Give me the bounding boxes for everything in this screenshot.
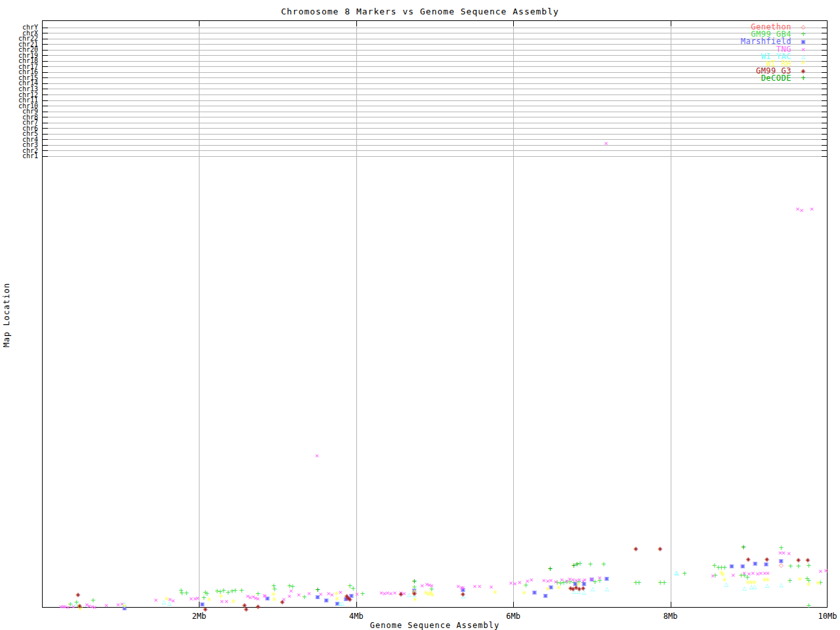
marker-tng: × xyxy=(355,591,360,598)
marker-gm99-g3: ◈ xyxy=(244,606,249,612)
marker-gm99-g3: ◈ xyxy=(348,597,352,602)
marker-gm99-g3: ◈ xyxy=(806,557,810,563)
marker-gm99-gb4: + xyxy=(233,587,238,595)
marker-tng: × xyxy=(824,567,828,574)
mb-gridline xyxy=(671,21,671,607)
y-tick-left xyxy=(43,145,48,146)
marker-wi-rh: * xyxy=(806,581,811,590)
marker-tng: × xyxy=(517,579,522,586)
marker-tng: × xyxy=(598,574,602,581)
marker-tng: × xyxy=(256,595,261,602)
marker-gm99-g3: ◈ xyxy=(746,556,751,562)
y-tick-right xyxy=(822,61,827,62)
marker-wi-rh: * xyxy=(797,576,803,585)
mb-gridline xyxy=(356,21,357,607)
marker-gm99-gb4: + xyxy=(637,579,641,587)
legend-marker-icon: ▣ xyxy=(791,38,815,45)
marker-wi-yac: △ xyxy=(779,583,783,588)
marker-gm99-g3: ◈ xyxy=(76,592,81,598)
y-tick-left xyxy=(43,117,48,117)
marker-tng: × xyxy=(799,207,804,214)
marker-gm99-gb4: + xyxy=(184,589,189,597)
y-tick-left xyxy=(43,150,48,151)
legend-item-wi-yac: WI YAC△ xyxy=(713,53,815,60)
marker-wi-rh: * xyxy=(412,596,417,605)
legend-marker-icon: × xyxy=(791,46,815,53)
y-tick-right xyxy=(822,139,827,140)
marker-gm99-gb4: + xyxy=(682,570,687,578)
marker-tng: × xyxy=(66,604,70,611)
marker-tng: × xyxy=(513,580,517,587)
marker-gm99-gb4: + xyxy=(796,562,801,570)
marker-wi-rh: * xyxy=(522,589,527,598)
chromosome-gridline xyxy=(43,156,827,157)
marker-tng: × xyxy=(224,598,229,605)
y-tick-left xyxy=(43,55,48,56)
marker-gm99-gb4: + xyxy=(807,602,811,610)
marker-wi-yac: △ xyxy=(340,601,344,606)
y-tick-right xyxy=(822,128,827,129)
marker-tng: × xyxy=(810,205,814,213)
marker-marshfield: ▣ xyxy=(764,562,769,567)
marker-tng: × xyxy=(420,582,425,589)
x-tick-label: 10Mb xyxy=(818,612,837,621)
marker-wi-rh: * xyxy=(722,576,727,585)
marker-tng: × xyxy=(297,591,301,598)
x-tick-bottom xyxy=(356,602,357,607)
y-tick-right xyxy=(822,134,827,135)
marker-gm99-g3: ◈ xyxy=(633,546,638,552)
marker-gm99-gb4: + xyxy=(179,589,184,597)
marker-tng: × xyxy=(429,582,434,589)
marker-wi-rh: * xyxy=(272,596,277,605)
legend-item-marshfield: Marshfield▣ xyxy=(713,38,815,45)
marker-tng: × xyxy=(590,576,595,583)
marker-decode: + xyxy=(548,565,553,573)
marker-decode: + xyxy=(316,586,320,594)
chromosome-gridline xyxy=(43,128,827,129)
marker-wi-rh: * xyxy=(335,595,340,604)
marker-gm99-g3: ◈ xyxy=(658,546,663,552)
marker-tng: × xyxy=(751,570,755,577)
marker-tng: × xyxy=(782,549,786,556)
marker-tng: × xyxy=(742,570,747,577)
marker-marshfield: ▣ xyxy=(729,564,734,569)
marker-gm99-gb4: + xyxy=(360,590,365,598)
y-tick-left xyxy=(43,134,48,135)
marker-wi-rh: * xyxy=(492,589,497,598)
chromosome-gridline xyxy=(43,134,827,135)
y-tick-right xyxy=(822,72,827,73)
y-tick-right xyxy=(822,145,827,146)
x-tick-bottom xyxy=(671,602,671,607)
marker-gm99-g3: ◈ xyxy=(280,599,285,605)
marker-gm99-g3: ◈ xyxy=(581,585,585,591)
legend-marker-icon: * xyxy=(791,60,815,68)
marker-tng: × xyxy=(549,577,553,584)
marker-wi-rh: * xyxy=(545,585,551,595)
marker-gm99-gb4: + xyxy=(788,577,792,585)
marker-wi-yac: △ xyxy=(675,571,679,576)
chromosome-gridline xyxy=(43,72,827,73)
y-tick-right xyxy=(822,28,827,28)
chromosome-gridline xyxy=(43,123,827,123)
marker-gm99-gb4: + xyxy=(588,560,593,568)
chromosome-gridline xyxy=(43,66,827,67)
marker-gm99-g3: ◈ xyxy=(765,556,769,562)
mb-gridline xyxy=(199,21,200,607)
y-tick-left xyxy=(43,72,48,73)
marker-tng: × xyxy=(583,576,587,583)
x-tick-bottom xyxy=(513,602,514,607)
x-tick-label: 8Mb xyxy=(663,612,678,621)
marker-decode: + xyxy=(575,560,579,568)
y-tick-right xyxy=(822,117,827,117)
marker-tng: × xyxy=(307,590,312,597)
x-tick-label: 2Mb xyxy=(192,612,207,621)
chromosome-gridline xyxy=(43,94,827,95)
legend-marker-icon: + xyxy=(791,31,815,38)
marker-marshfield: ▣ xyxy=(604,576,610,581)
y-tick-right xyxy=(822,123,827,123)
y-tick-right xyxy=(822,44,827,45)
chromosome-gridline xyxy=(43,117,827,117)
marker-wi-rh: * xyxy=(207,596,212,605)
chromosome-gridline xyxy=(43,77,827,78)
y-tick-left xyxy=(43,66,48,67)
